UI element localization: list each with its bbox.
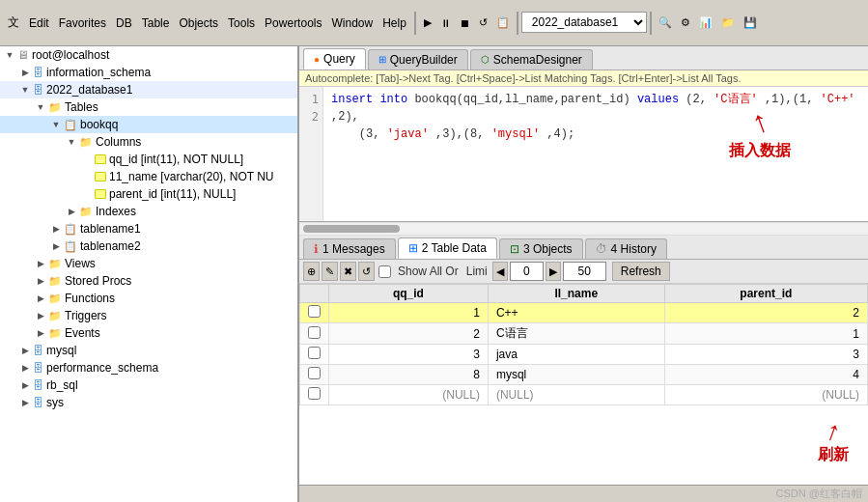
tree-item-events[interactable]: ▶ 📁 Events bbox=[0, 324, 297, 342]
col-header-qqid[interactable]: qq_id bbox=[329, 285, 489, 303]
tab-objects[interactable]: ⊡ 3 Objects bbox=[499, 238, 583, 259]
expand-tablename2[interactable]: ▶ bbox=[48, 238, 64, 254]
tab-messages[interactable]: ℹ 1 Messages bbox=[303, 238, 396, 259]
menu-db[interactable]: DB bbox=[112, 16, 136, 30]
prev-page-btn[interactable]: ◀ bbox=[492, 262, 508, 281]
tree-item-col-llname[interactable]: ▶ 11_name [varchar(20), NOT NU bbox=[0, 168, 297, 185]
code-values-5: ,4); bbox=[546, 127, 574, 141]
toolbar-icon-5[interactable]: 💾 bbox=[740, 12, 761, 35]
toolbar-btn-4[interactable]: ↺ bbox=[475, 12, 491, 35]
tab-querybuilder[interactable]: ⊞ QueryBuilder bbox=[368, 49, 468, 70]
expand-events[interactable]: ▶ bbox=[33, 325, 48, 341]
h-scroll-thumb[interactable] bbox=[303, 225, 400, 233]
next-page-btn[interactable]: ▶ bbox=[546, 262, 561, 281]
expand-mysql[interactable]: ▶ bbox=[17, 343, 33, 358]
from-input[interactable] bbox=[510, 262, 544, 281]
tables-label: Tables bbox=[65, 100, 98, 114]
code-values-1: (2, bbox=[686, 93, 707, 106]
tree-item-tables[interactable]: ▼ 📁 Tables bbox=[0, 98, 297, 116]
tree-item-perf-schema[interactable]: ▶ 🗄 performance_schema bbox=[0, 359, 297, 376]
row-checkbox[interactable] bbox=[308, 326, 321, 339]
menu-help[interactable]: Help bbox=[378, 16, 410, 30]
tree-item-indexes[interactable]: ▶ 📁 Indexes bbox=[0, 203, 297, 220]
col-header-llname[interactable]: ll_name bbox=[488, 285, 664, 303]
tab-schemadesigner[interactable]: ⬡ SchemaDesigner bbox=[470, 49, 593, 70]
expand-tablename1[interactable]: ▶ bbox=[48, 221, 64, 237]
db-selector[interactable]: 2022_database12022_database1 bbox=[521, 12, 647, 33]
expand-stored-procs[interactable]: ▶ bbox=[33, 273, 48, 289]
expand-triggers[interactable]: ▶ bbox=[33, 308, 48, 323]
toolbar-btn-1[interactable]: ▶ bbox=[420, 12, 435, 35]
menu-edit[interactable]: Edit bbox=[25, 16, 53, 30]
expand-columns[interactable]: ▼ bbox=[64, 134, 79, 150]
expand-functions[interactable]: ▶ bbox=[33, 291, 48, 306]
menu-powertools[interactable]: Powertools bbox=[261, 16, 325, 30]
expand-indexes[interactable]: ▶ bbox=[64, 204, 79, 219]
query-tab-label: Query bbox=[323, 52, 355, 66]
tree-item-col-qqid[interactable]: ▶ qq_id [int(11), NOT NULL] bbox=[0, 151, 297, 168]
tree-item-stored-procs[interactable]: ▶ 📁 Stored Procs bbox=[0, 272, 297, 290]
toolbar-icon-3[interactable]: 📊 bbox=[695, 12, 716, 35]
to-input[interactable] bbox=[563, 262, 606, 281]
menu-objects[interactable]: Objects bbox=[175, 16, 222, 30]
perf-schema-label: performance_schema bbox=[46, 361, 158, 375]
code-values-3: ,2), bbox=[331, 110, 359, 124]
tree-item-views[interactable]: ▶ 📁 Views bbox=[0, 255, 297, 272]
cell-llname: C语言 bbox=[488, 323, 664, 345]
menu-window[interactable]: Window bbox=[327, 16, 377, 30]
expand-info-schema[interactable]: ▶ bbox=[17, 65, 33, 80]
menu-favorites[interactable]: Favorites bbox=[55, 16, 110, 30]
expand-bookqq[interactable]: ▼ bbox=[48, 117, 64, 132]
toolbar-btn-3[interactable]: ⏹ bbox=[456, 12, 474, 35]
db-icon-sys: 🗄 bbox=[33, 397, 43, 408]
tab-table-data[interactable]: ⊞ 2 Table Data bbox=[398, 237, 497, 259]
tab-history[interactable]: ⏱ 4 History bbox=[585, 238, 667, 259]
toolbar-btn-5[interactable]: 📋 bbox=[492, 12, 514, 35]
tree-item-tablename2[interactable]: ▶ 📋 tablename2 bbox=[0, 237, 297, 255]
result-btn-4[interactable]: ↺ bbox=[358, 262, 375, 281]
toolbar-icon-2[interactable]: ⚙ bbox=[677, 12, 694, 35]
expand-sys[interactable]: ▶ bbox=[17, 395, 33, 410]
tree-item-rb-sql[interactable]: ▶ 🗄 rb_sql bbox=[0, 376, 297, 394]
show-all-checkbox[interactable] bbox=[378, 265, 391, 278]
toolbar-btn-2[interactable]: ⏸ bbox=[436, 12, 455, 35]
row-checkbox[interactable] bbox=[308, 367, 321, 379]
row-checkbox[interactable] bbox=[308, 305, 321, 318]
tree-item-bookqq[interactable]: ▼ 📋 bookqq bbox=[0, 116, 297, 133]
tree-item-mysql[interactable]: ▶ 🗄 mysql bbox=[0, 342, 297, 359]
tree-item-root[interactable]: ▼ 🖥 root@localhost bbox=[0, 46, 297, 64]
row-checkbox[interactable] bbox=[308, 347, 321, 359]
tree-item-db-2022[interactable]: ▼ 🗄 2022_database1 bbox=[0, 81, 297, 98]
tree-item-info-schema[interactable]: ▶ 🗄 information_schema bbox=[0, 64, 297, 81]
row-checkbox[interactable] bbox=[308, 387, 321, 400]
toolbar-icon-4[interactable]: 📁 bbox=[717, 12, 739, 35]
result-btn-1[interactable]: ⊕ bbox=[303, 262, 320, 281]
tree-item-columns[interactable]: ▼ 📁 Columns bbox=[0, 133, 297, 151]
menu-table[interactable]: Table bbox=[138, 16, 174, 30]
code-editor[interactable]: insert into bookqq(qq_id,ll_name,parent_… bbox=[323, 87, 868, 221]
cell-parentid: 1 bbox=[664, 323, 867, 345]
menu-tools[interactable]: Tools bbox=[224, 16, 259, 30]
tree-item-sys[interactable]: ▶ 🗄 sys bbox=[0, 394, 297, 411]
expand-root[interactable]: ▼ bbox=[2, 47, 17, 63]
expand-db-2022[interactable]: ▼ bbox=[17, 82, 33, 98]
h-scrollbar[interactable] bbox=[299, 222, 868, 236]
toolbar-icon-1[interactable]: 🔍 bbox=[655, 12, 676, 35]
expand-tables[interactable]: ▼ bbox=[33, 99, 48, 115]
data-table-container: qq_id ll_name parent_id 1C++22C语言13java3… bbox=[299, 284, 868, 485]
tree-item-functions[interactable]: ▶ 📁 Functions bbox=[0, 290, 297, 307]
tree-item-tablename1[interactable]: ▶ 📋 tablename1 bbox=[0, 220, 297, 237]
refresh-button[interactable]: Refresh bbox=[612, 262, 670, 281]
result-btn-2[interactable]: ✎ bbox=[322, 262, 338, 281]
tree-item-triggers[interactable]: ▶ 📁 Triggers bbox=[0, 307, 297, 324]
expand-rb-sql[interactable]: ▶ bbox=[17, 377, 33, 393]
expand-views[interactable]: ▶ bbox=[33, 256, 48, 271]
columns-label: Columns bbox=[96, 135, 141, 149]
menu-file[interactable]: 文 bbox=[4, 14, 23, 31]
watermark-text: CSDN @红客白帽 bbox=[776, 487, 862, 501]
expand-perf-schema[interactable]: ▶ bbox=[17, 360, 33, 376]
result-btn-3[interactable]: ✖ bbox=[340, 262, 356, 281]
col-header-parentid[interactable]: parent_id bbox=[664, 285, 867, 303]
tab-query[interactable]: ● Query bbox=[303, 48, 366, 70]
tree-item-col-parentid[interactable]: ▶ parent_id [int(11), NULL] bbox=[0, 185, 297, 203]
